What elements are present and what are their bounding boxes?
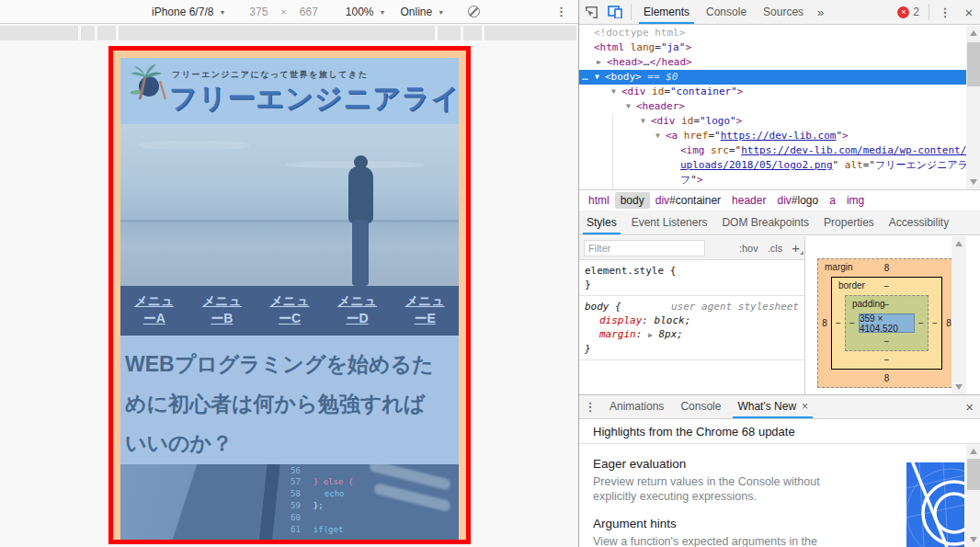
styles-filter-input[interactable] [584,240,705,256]
collapse-arrow-icon [655,129,666,143]
css-property-margin[interactable]: margin: ▶ 8px; [585,327,799,342]
scroll-down-arrow[interactable] [970,179,977,185]
tree-node-body-selected[interactable]: …<body> == $0 [579,70,980,85]
scroll-up-arrow[interactable] [970,30,977,36]
crumb-body[interactable]: body [615,192,650,209]
devtools-main-tabbar: Elements Console Sources » 2 ⋮ × [579,0,980,25]
dimensions-multiply-sign: × [280,6,286,17]
crumb-html[interactable]: html [583,192,615,209]
whats-new-header: Highlights from the Chrome 68 update [579,419,980,444]
device-toolbar-menu-button[interactable]: ⋮ [555,5,567,18]
more-tabs-button[interactable]: » [812,6,829,19]
inspect-element-button[interactable] [579,0,603,24]
css-property-display[interactable]: display: block; [585,313,799,327]
elements-sidebar-tabbar: Styles Event Listeners DOM Breakpoints P… [579,211,980,235]
network-throttle-select[interactable]: Online [400,6,444,18]
devtools-window: iPhone 6/7/8 375 × 667 100% Online ⋮ [0,0,980,547]
tree-node-anchor[interactable]: <a href="https://dev-lib.com"> [579,129,980,143]
expand-arrow-icon [597,55,607,70]
scrollbar-thumb[interactable] [967,459,980,490]
tab-whats-new[interactable]: What's New× [729,395,816,418]
device-toolbar: iPhone 6/7/8 375 × 667 100% Online ⋮ [0,0,578,24]
tree-guide-line [612,114,613,189]
viewport-height-field[interactable]: 667 [300,6,318,18]
crumb-header[interactable]: header [726,192,771,209]
article-headline: WEBプログラミングを始めるた めに初心者は何から勉強すれば いいのか？ [125,345,456,463]
collapse-arrow-icon [595,70,605,85]
drawer-menu-button[interactable]: ⋮ [579,400,601,414]
tree-node-div-container[interactable]: <div id="container"> [579,85,980,99]
menu-link-c[interactable]: メニューC [256,286,324,336]
toggle-device-toolbar-button[interactable] [603,0,627,24]
tree-node-header[interactable]: <header> [579,99,980,114]
tree-node-img-line3[interactable]: フ"> [579,173,980,188]
devtools-drawer: ⋮ Animations Console What's New× × Highl… [579,394,980,547]
drawer-close-button[interactable]: × [965,399,974,415]
devtools-menu-button[interactable]: ⋮ [933,0,957,24]
collapse-arrow-icon [611,85,621,99]
tree-node-html[interactable]: <html lang="ja"> [579,40,980,55]
site-logo-text[interactable]: フリーエンジニアライフ [169,80,459,118]
toggle-hover-state-button[interactable]: :hov [739,243,758,254]
crumb-div-container[interactable]: div#container [650,192,726,209]
tree-node-div-logo[interactable]: <div id="logo"> [579,114,980,129]
whats-new-thumbnail-image [906,462,964,547]
viewport-width-field[interactable]: 375 [249,6,268,18]
box-model-content[interactable]: 359 × 4104.520 [859,313,915,333]
tab-event-listeners[interactable]: Event Listeners [624,211,715,234]
menu-link-d[interactable]: メニューD [324,286,392,336]
crumb-img[interactable]: img [841,192,870,209]
scroll-up-arrow[interactable] [970,449,977,454]
emulated-page-viewport: フリーエンジニアになって世界を旅してきた フリーエンジニアライフ メニューA メ… [120,58,459,540]
scroll-up-arrow[interactable] [955,241,963,246]
hero-photo [120,124,459,286]
collapse-arrow-icon [641,114,651,129]
tab-animations[interactable]: Animations [601,395,672,418]
whats-new-scrollbar[interactable] [966,444,980,547]
crumb-a[interactable]: a [824,192,841,209]
no-throttling-icon [468,6,480,17]
tab-console[interactable]: Console [698,0,755,24]
scroll-down-arrow[interactable] [955,384,963,390]
scroll-down-arrow[interactable] [970,537,977,542]
tab-sources[interactable]: Sources [755,0,812,24]
metrics-scrollbar[interactable] [952,236,966,394]
menu-link-a[interactable]: メニューA [120,286,188,336]
close-whats-new-tab-icon[interactable]: × [802,400,808,413]
person-silhouette [341,155,382,286]
rule-element-style[interactable]: element.style { } [579,260,804,296]
toolbar-separator [631,4,632,20]
scrollbar-thumb[interactable] [967,42,980,86]
tree-node-doctype[interactable]: <!doctype html> [579,26,980,40]
box-model-border[interactable]: border − − padding − − 35 [831,277,942,370]
devtools-close-button[interactable]: × [957,0,980,24]
crumb-div-logo[interactable]: div#logo [771,192,824,209]
dom-tree: <!doctype html> <html lang="ja"> <head>…… [579,26,980,189]
box-model-padding[interactable]: padding − − 359 × 4104.520 − − [845,295,929,351]
user-agent-stylesheet-label: user agent stylesheet [671,300,799,313]
zoom-select[interactable]: 100% [346,6,386,18]
tab-properties[interactable]: Properties [816,211,882,234]
box-model-margin[interactable]: margin 8 8 border − − padding [817,258,956,388]
menu-link-e[interactable]: メニューE [391,286,459,336]
box-model-pane: margin 8 8 border − − padding [806,236,966,394]
rule-body-user-agent[interactable]: body {user agent stylesheet display: blo… [579,296,804,360]
tab-drawer-console[interactable]: Console [672,395,729,418]
tree-node-head[interactable]: <head>…</head> [579,55,980,70]
media-query-bar[interactable] [0,26,576,40]
error-badge[interactable]: 2 [897,6,919,18]
tab-elements[interactable]: Elements [635,0,698,24]
tab-dom-breakpoints[interactable]: DOM Breakpoints [714,211,816,234]
toggle-class-button[interactable]: .cls [768,243,783,254]
tree-node-img-line2[interactable]: uploads/2018/05/logo2.png" alt="フリーエンジニア… [579,158,980,173]
new-style-rule-button[interactable]: + [792,240,800,256]
device-select[interactable]: iPhone 6/7/8 [152,6,225,18]
tab-accessibility[interactable]: Accessibility [882,211,956,234]
styles-pane: :hov .cls + element.style { } body {user… [579,236,980,394]
tree-node-img-line1[interactable]: <img src="https://dev-lib.com/media/wp-c… [579,143,980,158]
tab-styles[interactable]: Styles [579,211,624,234]
code-photo: 56 57} else { 58echo 59}; 60 61if(get [120,464,459,540]
menu-link-b[interactable]: メニューB [188,286,256,336]
dom-tree-scrollbar[interactable] [966,26,980,189]
drawer-tabbar: ⋮ Animations Console What's New× × [579,395,980,419]
